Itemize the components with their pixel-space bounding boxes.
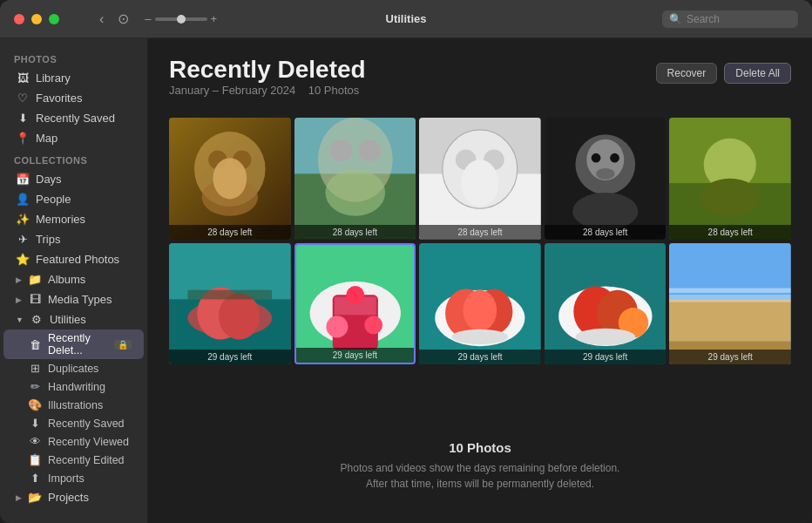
sidebar-item-people[interactable]: 👤 People [3,189,144,209]
trips-icon: ✈ [16,233,30,246]
delete-all-button[interactable]: Delete All [724,63,791,84]
content-area: Recently Deleted January – February 2024… [148,38,812,523]
zoom-thumb [177,15,186,24]
recently-saved-icon: ⬇ [16,112,30,125]
svg-point-13 [358,139,381,162]
sidebar-item-label: People [36,193,132,206]
svg-point-44 [326,316,348,337]
sidebar-item-label: Albums [48,273,132,286]
sidebar-sub-item-recently-viewed[interactable]: 👁 Recently Viewed [3,432,144,451]
photo-days-7: 29 days left [296,348,415,363]
svg-point-57 [575,328,635,344]
zoom-slider[interactable] [155,17,207,21]
footer-description: Photos and videos show the days remainin… [169,460,791,492]
photo-cell-5[interactable]: 28 days left [669,118,791,240]
sidebar-item-label: Utilities [50,313,132,326]
footer-line1: Photos and videos show the days remainin… [169,460,791,476]
svg-point-50 [464,289,497,330]
sidebar-item-label: Favorites [36,92,132,105]
sidebar-sub-item-duplicates[interactable]: ⊞ Duplicates [3,359,144,377]
sidebar-item-projects[interactable]: ▶ 📂 Projects [3,487,144,507]
sidebar-item-memories[interactable]: ✨ Memories [3,209,144,229]
sidebar-sub-item-label: Recently Delet... [48,332,105,357]
svg-point-37 [219,293,260,340]
illustrations-icon: 🎨 [28,398,42,411]
sidebar-sub-item-label: Imports [48,472,85,485]
photo-days-4: 28 days left [545,225,667,240]
albums-icon: 📁 [28,273,42,286]
photo-cell-1[interactable]: 28 days left [169,118,291,240]
memories-icon: ✨ [16,213,30,226]
content-header: Recently Deleted January – February 2024… [169,56,791,111]
sidebar-sub-item-label: Recently Edited [48,454,125,466]
library-icon: 🖼 [16,71,30,85]
photo-cell-6[interactable]: 29 days left [169,243,291,365]
photo-img-3 [419,118,541,240]
sidebar-sub-item-handwriting[interactable]: ✏ Handwriting [3,377,144,396]
sidebar-item-label: Map [36,132,132,145]
sidebar-sub-item-recently-saved-sub[interactable]: ⬇ Recently Saved [3,414,144,432]
people-icon: 👤 [16,193,30,206]
traffic-lights [14,14,59,24]
photo-days-10: 29 days left [669,350,791,364]
svg-rect-63 [669,288,791,292]
recently-edited-icon: 📋 [28,453,42,466]
sidebar-item-library[interactable]: 🖼 Library [3,68,144,88]
sidebar-item-trips[interactable]: ✈ Trips [3,229,144,249]
photo-days-1: 28 days left [169,225,291,240]
titlebar-center: Utilities [386,12,427,25]
sidebar-item-days[interactable]: 📅 Days [3,169,144,189]
handwriting-icon: ✏ [28,380,42,393]
svg-point-6 [213,158,247,199]
sidebar-item-map[interactable]: 📍 Map [3,128,144,148]
back-button[interactable]: ‹ [94,10,109,29]
sidebar-sub-item-recently-deleted[interactable]: 🗑 Recently Delet... 🔒 [3,329,144,359]
minimize-button[interactable] [31,14,42,24]
search-icon: 🔍 [669,13,682,25]
featured-icon: ⭐ [16,253,30,266]
sidebar-sub-item-recently-edited[interactable]: 📋 Recently Edited [3,451,144,469]
photo-img-10 [669,243,791,365]
titlebar: ‹ ⊙ – + Utilities 🔍 [0,0,812,38]
sidebar-item-favorites[interactable]: ♡ Favorites [3,88,144,108]
expand-arrow-icon: ▶ [16,275,22,284]
photo-cell-4[interactable]: 28 days left [545,118,667,240]
rotate-button[interactable]: ⊙ [112,9,134,29]
svg-point-19 [462,160,499,207]
sidebar-item-featured-photos[interactable]: ⭐ Featured Photos [3,249,144,269]
sidebar-item-media-types[interactable]: ▶ 🎞 Media Types [3,289,144,309]
search-input[interactable] [687,13,791,25]
search-box[interactable]: 🔍 [662,10,798,28]
svg-point-26 [596,168,614,180]
photo-img-2 [294,118,416,240]
photo-cell-3[interactable]: 28 days left [419,118,541,240]
sidebar-item-label: Recently Saved [36,112,132,125]
svg-rect-62 [669,295,791,302]
photo-cell-8[interactable]: 29 days left [419,243,541,365]
svg-point-24 [591,153,600,163]
photo-days-2: 28 days left [294,225,416,240]
svg-point-45 [364,316,382,334]
sidebar-item-albums[interactable]: ▶ 📁 Albums [3,269,144,289]
sidebar-item-utilities[interactable]: ▼ ⚙ Utilities [3,309,144,329]
photo-cell-2[interactable]: 28 days left [294,118,416,240]
photo-cell-7[interactable]: 29 days left [294,243,416,365]
nav-controls: ‹ ⊙ – + [94,9,217,29]
photo-cell-10[interactable]: 29 days left [669,243,791,365]
sidebar-sub-item-imports[interactable]: ⬆ Imports [3,469,144,487]
sidebar-item-recently-saved[interactable]: ⬇ Recently Saved [3,108,144,128]
maximize-button[interactable] [49,14,59,24]
header-buttons: Recover Delete All [656,63,791,84]
expand-arrow-expanded-icon: ▼ [16,316,24,324]
svg-point-31 [700,179,761,216]
sidebar-sub-item-label: Duplicates [48,363,98,375]
photo-img-9 [545,243,667,365]
sidebar: Photos 🖼 Library ♡ Favorites ⬇ Recently … [0,38,148,523]
media-types-icon: 🎞 [28,293,42,306]
photo-cell-9[interactable]: 29 days left [545,243,667,365]
svg-point-11 [325,169,385,216]
svg-point-25 [610,153,619,163]
sidebar-sub-item-illustrations[interactable]: 🎨 Illustrations [3,396,144,414]
recover-button[interactable]: Recover [656,63,718,84]
close-button[interactable] [14,14,24,24]
